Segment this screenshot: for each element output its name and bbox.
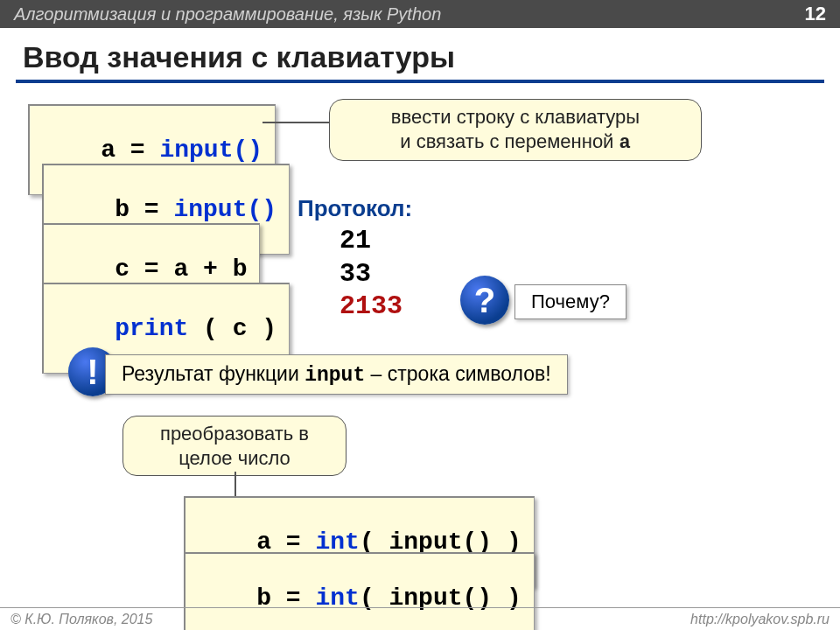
slide-header: Алгоритмизация и программирование, язык … bbox=[0, 0, 840, 28]
footer-url: http://kpolyakov.spb.ru bbox=[690, 612, 830, 627]
protocol-v3: 2133 bbox=[340, 290, 402, 324]
callout-int-convert: преобразовать в целое число bbox=[122, 416, 346, 476]
page-number: 12 bbox=[805, 3, 826, 25]
why-box: Почему? bbox=[514, 284, 626, 319]
protocol-values: 21 33 2133 bbox=[340, 225, 402, 324]
footer-author: © К.Ю. Поляков, 2015 bbox=[10, 612, 152, 627]
header-title: Алгоритмизация и программирование, язык … bbox=[14, 4, 441, 24]
callout-int-line-1: преобразовать в bbox=[137, 422, 332, 446]
protocol-v2: 33 bbox=[340, 258, 402, 291]
callout-pointer-1 bbox=[262, 122, 329, 123]
slide-content: a = input() b = input() c = a + b print … bbox=[0, 101, 840, 626]
title-divider bbox=[16, 80, 824, 83]
callout-line-1: ввести строку с клавиатуры bbox=[344, 105, 687, 130]
protocol-label: Протокол: bbox=[298, 195, 412, 222]
protocol-v1: 21 bbox=[340, 225, 402, 258]
question-mark-icon: ? bbox=[460, 276, 509, 325]
result-box: Результат функции input – строка символо… bbox=[105, 354, 568, 395]
callout-input-description: ввести строку с клавиатуры и связать с п… bbox=[329, 99, 702, 161]
slide-footer: © К.Ю. Поляков, 2015 http://kpolyakov.sp… bbox=[0, 607, 840, 630]
slide-title: Ввод значения с клавиатуры bbox=[0, 28, 840, 80]
callout-line-2: и связать с переменной a bbox=[344, 130, 687, 156]
callout-int-line-2: целое число bbox=[137, 446, 332, 471]
